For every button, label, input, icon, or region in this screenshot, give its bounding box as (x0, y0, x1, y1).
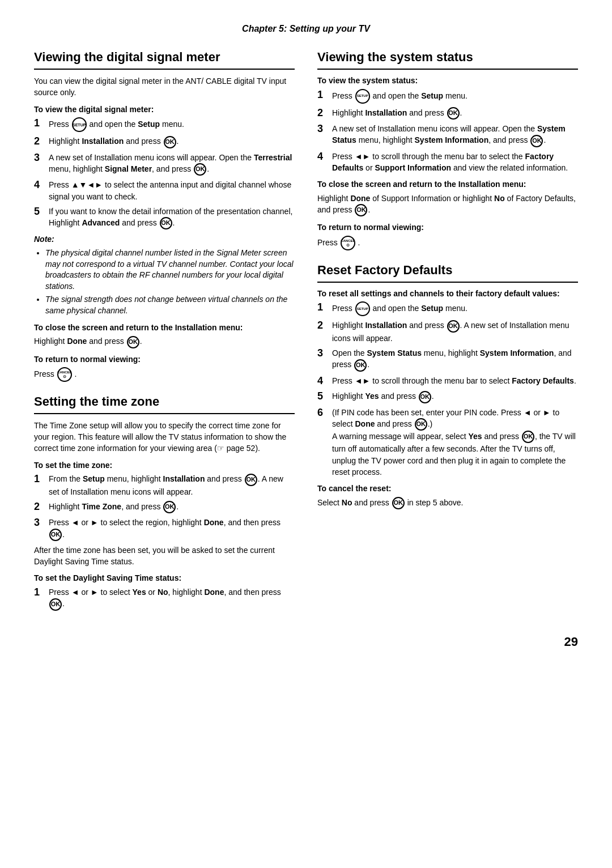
section-title-time-zone: Setting the time zone (34, 393, 295, 414)
cancel-icon: CANCEL⊙ (57, 367, 72, 382)
left-column: Viewing the digital signal meter You can… (34, 49, 295, 622)
text-return-normal-2: Press CANCEL⊙ . (317, 236, 578, 250)
step-item: Highlight Yes and press OK. (317, 390, 578, 403)
text-return-normal-1: Press CANCEL⊙ . (34, 367, 295, 382)
subheading-view-digital: To view the digital signal meter: (34, 104, 295, 116)
ok-icon: OK (355, 204, 367, 216)
section-time-zone-intro: The Time Zone setup will allow you to sp… (34, 420, 295, 454)
step-item: Highlight Installation and press OK. (317, 107, 578, 120)
ok-icon: OK (245, 474, 257, 486)
section-time-zone: Setting the time zone The Time Zone setu… (34, 393, 295, 611)
step-item: From the Setup menu, highlight Installat… (34, 473, 295, 497)
section-title-digital-signal-meter: Viewing the digital signal meter (34, 49, 295, 70)
text-cancel-reset: Select No and press OK in step 5 above. (317, 497, 578, 509)
steps-view-system: Press SETUP and open the Setup menu. Hig… (317, 89, 578, 173)
step-item: Highlight Installation and press OK. A n… (317, 320, 578, 344)
section-reset-factory: Reset Factory Defaults To reset all sett… (317, 262, 578, 509)
step-item: A new set of Installation menu icons wil… (34, 152, 295, 176)
ok-icon: OK (419, 391, 431, 403)
subheading-view-system: To view the system status: (317, 75, 578, 87)
ok-icon: OK (49, 529, 62, 541)
section-system-status: Viewing the system status To view the sy… (317, 49, 578, 250)
step-item: If you want to know the detail informati… (34, 206, 295, 230)
ok-icon: OK (447, 320, 460, 333)
step-item: Press ▲▼◄► to select the antenna input a… (34, 179, 295, 202)
step-item: Press ◄ or ► to select the region, highl… (34, 517, 295, 541)
note-item: The physical digital channel number list… (45, 248, 295, 292)
ok-icon: OK (163, 501, 176, 513)
section-digital-signal-meter: Viewing the digital signal meter You can… (34, 49, 295, 382)
ok-icon: OK (530, 135, 543, 147)
ok-icon: OK (392, 497, 405, 509)
ok-icon: OK (354, 359, 367, 372)
ok-icon: OK (164, 136, 176, 148)
text-close-screen-1: Highlight Done and press OK. (34, 335, 295, 348)
chapter-title: Chapter 5: Setting up your TV (34, 23, 578, 35)
section-title-reset-factory: Reset Factory Defaults (317, 262, 578, 283)
steps-reset-factory: Press SETUP and open the Setup menu. Hig… (317, 301, 578, 478)
timezone-after-text: After the time zone has been set, you wi… (34, 544, 295, 568)
section-intro: You can view the digital signal meter in… (34, 75, 295, 99)
subheading-set-timezone: To set the time zone: (34, 460, 295, 471)
section-title-system-status: Viewing the system status (317, 49, 578, 70)
subheading-close-screen-1: To close the screen and return to the In… (34, 322, 295, 334)
text-close-screen-2: Highlight Done of Support Information or… (317, 193, 578, 217)
steps-dst: Press ◄ or ► to select Yes or No, highli… (34, 586, 295, 611)
note-label: Note: (34, 235, 54, 244)
subheading-return-normal-2: To return to normal viewing: (317, 222, 578, 233)
steps-set-timezone: From the Setup menu, highlight Installat… (34, 473, 295, 541)
note-block: Note: The physical digital channel numbe… (34, 234, 295, 316)
setup-icon: SETUP (355, 89, 370, 104)
note-item: The signal strength does not change betw… (45, 294, 295, 316)
step-item: Press ◄► to scroll through the menu bar … (317, 375, 578, 388)
step-item: Highlight Installation and press OK. (34, 135, 295, 148)
step-item: Highlight Time Zone, and press OK. (34, 501, 295, 513)
ok-icon: OK (522, 431, 534, 443)
subheading-cancel-reset: To cancel the reset: (317, 483, 578, 495)
subheading-dst: To set the Daylight Saving Time status: (34, 573, 295, 584)
steps-view-digital: Press SETUP and open the Setup menu. Hig… (34, 117, 295, 229)
step-item: Press ◄► to scroll through the menu bar … (317, 151, 578, 174)
subheading-return-normal-1: To return to normal viewing: (34, 354, 295, 365)
right-column: Viewing the system status To view the sy… (317, 49, 578, 622)
step-item: A new set of Installation menu icons wil… (317, 123, 578, 147)
step-item: Open the System Status menu, highlight S… (317, 347, 578, 372)
ok-icon: OK (447, 107, 460, 120)
ok-icon: OK (194, 163, 206, 176)
step-item: Press SETUP and open the Setup menu. (317, 89, 578, 104)
step-item: (If PIN code has been set, enter your PI… (317, 407, 578, 478)
page-number: 29 (564, 633, 578, 651)
cancel-icon: CANCEL⊙ (341, 236, 355, 250)
ok-icon: OK (49, 598, 62, 611)
subheading-reset-intro: To reset all settings and channels to th… (317, 288, 578, 300)
ok-icon: OK (415, 418, 427, 431)
step-item: Press ◄ or ► to select Yes or No, highli… (34, 586, 295, 611)
setup-icon: SETUP (355, 301, 370, 316)
ok-icon: OK (160, 217, 172, 229)
ok-icon: OK (127, 336, 139, 348)
step-item: Press SETUP and open the Setup menu. (34, 117, 295, 132)
subheading-close-screen-2: To close the screen and return to the In… (317, 179, 578, 190)
setup-icon: SETUP (72, 117, 87, 132)
note-list: The physical digital channel number list… (45, 248, 295, 317)
step-item: Press SETUP and open the Setup menu. (317, 301, 578, 316)
